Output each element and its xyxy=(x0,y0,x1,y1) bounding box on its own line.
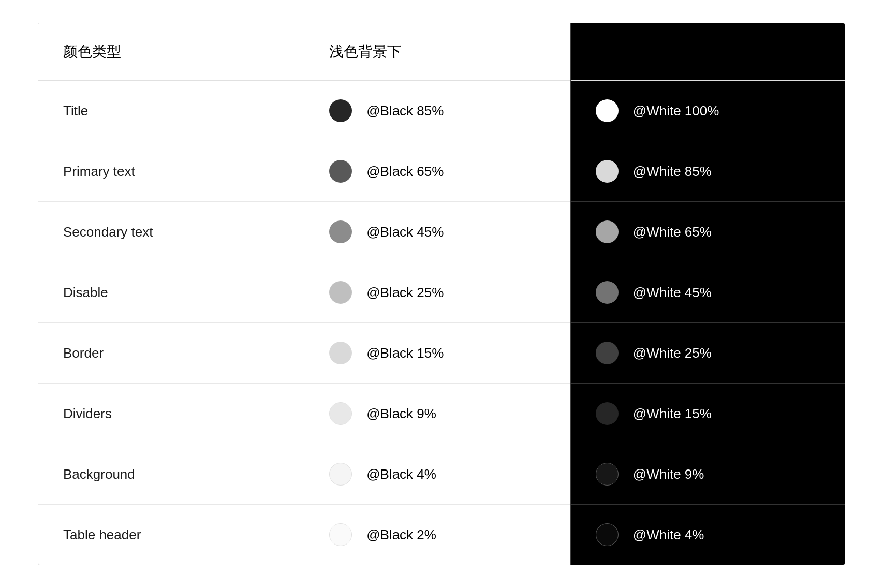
light-color-dot xyxy=(329,402,352,425)
light-color-label: @Black 9% xyxy=(366,406,436,422)
type-cell: Dividers xyxy=(38,384,304,444)
light-color-label: @Black 65% xyxy=(366,164,444,180)
color-table: 颜色类型 浅色背景下 深色背景下 Title@Black 85%@White 1… xyxy=(38,23,845,565)
type-cell: Border xyxy=(38,323,304,384)
table-row: Title@Black 85%@White 100% xyxy=(38,81,845,141)
type-cell: Disable xyxy=(38,262,304,323)
light-color-dot xyxy=(329,281,352,304)
dark-color-label: @White 25% xyxy=(633,345,712,361)
light-color-label: @Black 85% xyxy=(366,103,444,119)
dark-color-label: @White 15% xyxy=(633,406,712,422)
light-color-dot xyxy=(329,160,352,183)
light-color-label: @Black 15% xyxy=(366,345,444,361)
dark-color-dot xyxy=(596,160,619,183)
dark-color-label: @White 9% xyxy=(633,466,704,482)
type-cell: Title xyxy=(38,81,304,141)
dark-color-dot xyxy=(596,281,619,304)
header-light: 浅色背景下 xyxy=(304,23,570,81)
light-color-label: @Black 45% xyxy=(366,224,444,240)
light-cell: @Black 65% xyxy=(304,141,570,202)
type-cell: Secondary text xyxy=(38,202,304,262)
table-row: Primary text@Black 65%@White 85% xyxy=(38,141,845,202)
dark-cell: @White 15% xyxy=(570,384,845,444)
light-cell: @Black 9% xyxy=(304,384,570,444)
dark-color-label: @White 100% xyxy=(633,103,719,119)
light-color-dot xyxy=(329,342,352,364)
table-row: Background@Black 4%@White 9% xyxy=(38,444,845,505)
light-color-label: @Black 4% xyxy=(366,466,436,482)
dark-cell: @White 45% xyxy=(570,262,845,323)
light-color-dot xyxy=(329,99,352,122)
dark-color-label: @White 85% xyxy=(633,164,712,180)
dark-color-dot xyxy=(596,99,619,122)
light-cell: @Black 2% xyxy=(304,505,570,565)
dark-color-dot xyxy=(596,402,619,425)
light-color-label: @Black 25% xyxy=(366,285,444,301)
dark-cell: @White 85% xyxy=(570,141,845,202)
table-row: Border@Black 15%@White 25% xyxy=(38,323,845,384)
type-cell: Table header xyxy=(38,505,304,565)
light-color-dot xyxy=(329,220,352,243)
dark-cell: @White 65% xyxy=(570,202,845,262)
table-row: Secondary text@Black 45%@White 65% xyxy=(38,202,845,262)
dark-color-dot xyxy=(596,342,619,364)
dark-cell: @White 25% xyxy=(570,323,845,384)
light-cell: @Black 25% xyxy=(304,262,570,323)
dark-color-dot xyxy=(596,463,619,486)
header-type: 颜色类型 xyxy=(38,23,304,81)
header-dark: 深色背景下 xyxy=(570,23,845,81)
type-cell: Primary text xyxy=(38,141,304,202)
dark-color-dot xyxy=(596,220,619,243)
light-cell: @Black 45% xyxy=(304,202,570,262)
dark-color-label: @White 4% xyxy=(633,527,704,543)
light-cell: @Black 4% xyxy=(304,444,570,505)
dark-color-label: @White 45% xyxy=(633,285,712,301)
light-cell: @Black 85% xyxy=(304,81,570,141)
table-row: Dividers@Black 9%@White 15% xyxy=(38,384,845,444)
light-color-label: @Black 2% xyxy=(366,527,436,543)
dark-color-label: @White 65% xyxy=(633,224,712,240)
table-row: Disable@Black 25%@White 45% xyxy=(38,262,845,323)
type-cell: Background xyxy=(38,444,304,505)
table-row: Table header@Black 2%@White 4% xyxy=(38,505,845,565)
light-color-dot xyxy=(329,523,352,546)
dark-cell: @White 9% xyxy=(570,444,845,505)
light-color-dot xyxy=(329,463,352,486)
dark-cell: @White 100% xyxy=(570,81,845,141)
dark-cell: @White 4% xyxy=(570,505,845,565)
dark-color-dot xyxy=(596,523,619,546)
light-cell: @Black 15% xyxy=(304,323,570,384)
